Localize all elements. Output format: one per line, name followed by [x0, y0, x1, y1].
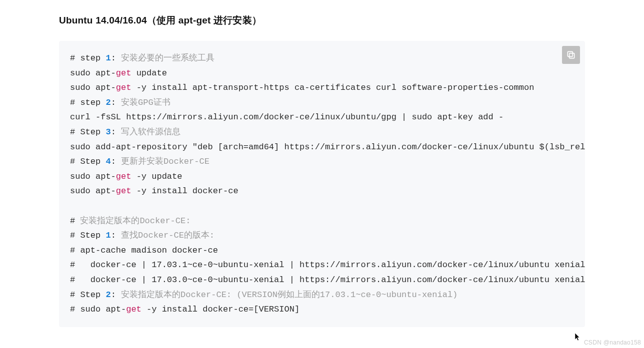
copy-button[interactable]: [562, 46, 580, 64]
svg-rect-0: [570, 53, 574, 58]
code-scroll-area[interactable]: # step 1: 安装必要的一些系统工具 sudo apt-get updat…: [59, 41, 585, 327]
section-title: Ubuntu 14.04/16.04（使用 apt-get 进行安装）: [59, 14, 585, 27]
article-content: Ubuntu 14.04/16.04（使用 apt-get 进行安装） # st…: [0, 0, 644, 327]
code-block: # step 1: 安装必要的一些系统工具 sudo apt-get updat…: [59, 41, 585, 327]
code-text: # step 1: 安装必要的一些系统工具 sudo apt-get updat…: [70, 51, 574, 317]
watermark: CSDN @nandao158: [584, 339, 641, 346]
cursor-icon: [575, 333, 581, 341]
copy-icon: [566, 50, 576, 60]
svg-rect-1: [568, 51, 572, 56]
page: Ubuntu 14.04/16.04（使用 apt-get 进行安装） # st…: [0, 0, 644, 348]
